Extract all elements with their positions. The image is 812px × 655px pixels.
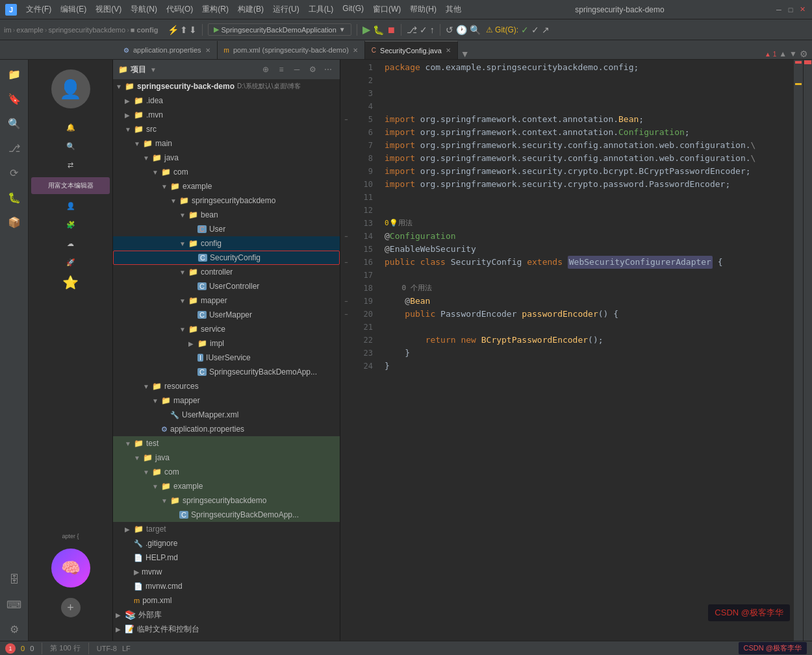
tree-external-libs[interactable]: ▶ 📚 外部库 (113, 608, 340, 622)
maximize-button[interactable]: □ (786, 5, 795, 14)
tree-ssdemo-app-service[interactable]: C SpringsecurityBackDemoApp... (113, 365, 340, 379)
tab-security-config[interactable]: C SecurityConfig.java ✕ (365, 41, 458, 59)
blog-menu-rocket[interactable]: 🚀 (29, 253, 112, 272)
scroll-bottom-icon[interactable]: ▼ (789, 49, 797, 58)
tree-test-folder[interactable]: ▼ 📁 test (113, 436, 340, 451)
panel-settings-icon[interactable]: ⚙ (306, 63, 319, 76)
menu-code[interactable]: 代码(O) (162, 3, 197, 16)
breadcrumb-example[interactable]: example (16, 26, 44, 34)
tree-mapper-folder[interactable]: ▼ 📁 mapper (113, 293, 340, 308)
tree-impl-folder[interactable]: ▶ 📁 impl (113, 336, 340, 351)
run-configuration[interactable]: ▶ SpringsecurityBackDemoApplication ▼ (208, 23, 351, 36)
code-editor[interactable]: package com.example.springsecuritybackde… (378, 60, 803, 641)
tree-resources-folder[interactable]: ▼ 📁 resources (113, 379, 340, 393)
blog-menu-arrow[interactable]: ⇄ (29, 156, 112, 175)
status-encoding[interactable]: UTF-8 (97, 645, 117, 652)
sidebar-icon-terminal[interactable]: ⌨ (3, 593, 26, 616)
debug-button[interactable]: 🐛 (373, 25, 384, 35)
blog-menu-notifications[interactable]: 🔔 (29, 118, 112, 137)
breadcrumb-project[interactable]: springsecuritybackdemo (49, 26, 126, 34)
status-line-sep[interactable]: LF (122, 645, 131, 652)
tree-controller-folder[interactable]: ▼ 📁 controller (113, 265, 340, 279)
sidebar-icon-ext[interactable]: 📦 (3, 210, 26, 234)
breadcrumb-item[interactable]: im (4, 26, 12, 34)
tree-user-file[interactable]: C User (113, 222, 340, 236)
tab-more-button[interactable]: ▼ (461, 49, 470, 59)
scroll-top-icon[interactable]: ▲ (779, 49, 787, 58)
tree-test-ssdemo-folder[interactable]: ▼ 📁 springsecuritybackdemo (113, 493, 340, 508)
minimize-button[interactable]: ─ (774, 5, 783, 14)
user-avatar[interactable]: 👤 (51, 69, 90, 108)
fold-minus-18[interactable]: − (344, 311, 348, 317)
tree-usercontroller-file[interactable]: C UserController (113, 279, 340, 293)
menu-refactor[interactable]: 重构(R) (198, 3, 233, 16)
menu-build[interactable]: 构建(B) (234, 3, 268, 16)
tree-test-app-file[interactable]: C SpringsecurityBackDemoApp... (113, 508, 340, 522)
fold-minus-17b[interactable]: − (344, 298, 348, 304)
sidebar-icon-database[interactable]: 🗄 (3, 568, 26, 591)
tree-usermapper-file[interactable]: C UserMapper (113, 308, 340, 322)
tab-application-properties[interactable]: ⚙ application.properties ✕ (117, 41, 218, 59)
update-icon[interactable]: ✓ (420, 25, 427, 35)
tree-target-folder[interactable]: ▶ 📁 target (113, 522, 340, 536)
tree-test-com-folder[interactable]: ▼ 📁 com (113, 465, 340, 479)
close-button[interactable]: ✕ (798, 5, 807, 14)
blog-richtext-btn[interactable]: 用富文本编辑器 (31, 177, 110, 194)
blog-menu-cloud[interactable]: ☁ (29, 234, 112, 253)
blog-menu-search[interactable]: 🔍 (29, 137, 112, 156)
tree-resources-mapper-folder[interactable]: ▼ 📁 mapper (113, 393, 340, 408)
tree-ssdemo-folder[interactable]: ▼ 📁 springsecuritybackdemo (113, 193, 340, 208)
panel-more-icon[interactable]: ⋯ (322, 63, 335, 76)
menu-run[interactable]: 运行(U) (269, 3, 303, 16)
clock-icon[interactable]: 🕐 (456, 25, 467, 35)
merge-icon[interactable]: ✓ (531, 25, 539, 35)
menu-git[interactable]: Git(G) (338, 3, 368, 16)
blog-menu-star[interactable]: ⭐ (29, 272, 112, 293)
fold-minus-13b[interactable]: − (344, 233, 348, 240)
upload-icon[interactable]: ⬆ (180, 25, 188, 35)
menu-window[interactable]: 窗口(W) (369, 3, 405, 16)
tree-idea-folder[interactable]: ▶ 📁 .idea (113, 93, 340, 108)
blog-brain-icon[interactable]: 🧠 (51, 549, 90, 587)
push-icon[interactable]: ↑ (430, 25, 435, 35)
blog-add-button[interactable]: + (61, 598, 81, 617)
tree-root-item[interactable]: ▼ 📁 springsecurity-back-demo D:\系统默认\桌面\… (113, 79, 340, 93)
sidebar-icon-debug[interactable]: 🐛 (3, 186, 26, 209)
menu-tools[interactable]: 工具(L) (305, 3, 338, 16)
tree-test-java-folder[interactable]: ▼ 📁 java (113, 451, 340, 465)
menu-navigate[interactable]: 导航(N) (127, 3, 161, 16)
tree-test-example-folder[interactable]: ▼ 📁 example (113, 479, 340, 493)
tree-example-folder[interactable]: ▼ 📁 example (113, 179, 340, 193)
blog-menu-person[interactable]: 👤 (29, 197, 112, 216)
blog-menu-puzzle[interactable]: 🧩 (29, 216, 112, 234)
fold-minus-5[interactable]: − (344, 116, 348, 123)
tree-bean-folder[interactable]: ▼ 📁 bean (113, 208, 340, 222)
tree-gitignore-file[interactable]: 🔧 .gitignore (113, 536, 340, 550)
panel-hide-icon[interactable]: ─ (290, 63, 303, 76)
sidebar-icon-search[interactable]: 🔍 (3, 112, 26, 135)
sidebar-icon-settings[interactable]: ⚙ (3, 617, 26, 641)
menu-file[interactable]: 文件(F) (22, 3, 55, 16)
arrow-up-icon[interactable]: ↗ (542, 25, 550, 35)
tree-mvn-folder[interactable]: ▶ 📁 .mvn (113, 108, 340, 122)
tree-service-folder[interactable]: ▼ 📁 service (113, 322, 340, 336)
tree-pom-xml[interactable]: m pom.xml (113, 593, 340, 608)
breadcrumb-config[interactable]: ■ config (131, 26, 159, 34)
settings-icon[interactable]: ⚙ (800, 49, 808, 59)
fold-minus-15[interactable]: − (344, 259, 348, 266)
menu-help[interactable]: 帮助(H) (406, 3, 440, 16)
tab-close-java[interactable]: ✕ (446, 47, 451, 54)
panel-collapse-icon[interactable]: ≡ (275, 63, 288, 76)
tree-src-folder[interactable]: ▼ 📁 src (113, 122, 340, 136)
sidebar-icon-git[interactable]: ⎇ (3, 136, 26, 160)
check-icon[interactable]: ✓ (521, 25, 529, 35)
tree-help-file[interactable]: 📄 HELP.md (113, 550, 340, 565)
refresh-icon[interactable]: ↺ (446, 25, 453, 35)
tree-com-folder[interactable]: ▼ 📁 com (113, 165, 340, 179)
sidebar-icon-sync[interactable]: ⟳ (3, 161, 26, 184)
tree-main-folder[interactable]: ▼ 📁 main (113, 136, 340, 151)
sidebar-icon-project[interactable]: 📁 (3, 62, 26, 86)
tree-mvnw-file[interactable]: ▶ mvnw (113, 565, 340, 579)
run-button[interactable]: ▶ (362, 23, 370, 36)
panel-locate-icon[interactable]: ⊕ (259, 63, 272, 76)
